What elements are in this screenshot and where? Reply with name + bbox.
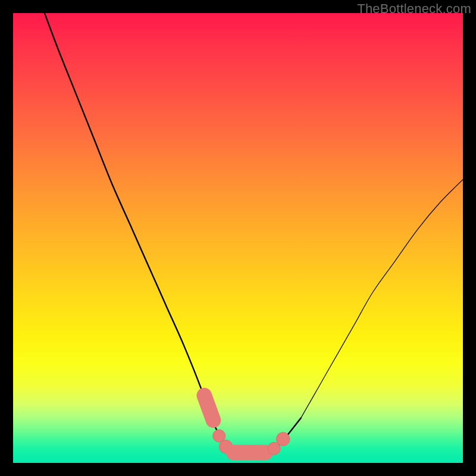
marker-dot (276, 433, 290, 446)
chart-frame: TheBottleneck.com (0, 0, 476, 476)
marker-capsule (204, 396, 213, 421)
plot-area (13, 13, 463, 463)
watermark-text: TheBottleneck.com (357, 1, 471, 17)
curve-layer (13, 13, 463, 463)
trough-markers (204, 396, 290, 455)
bottleneck-curve-right (301, 180, 463, 418)
bottleneck-curve (45, 13, 301, 454)
